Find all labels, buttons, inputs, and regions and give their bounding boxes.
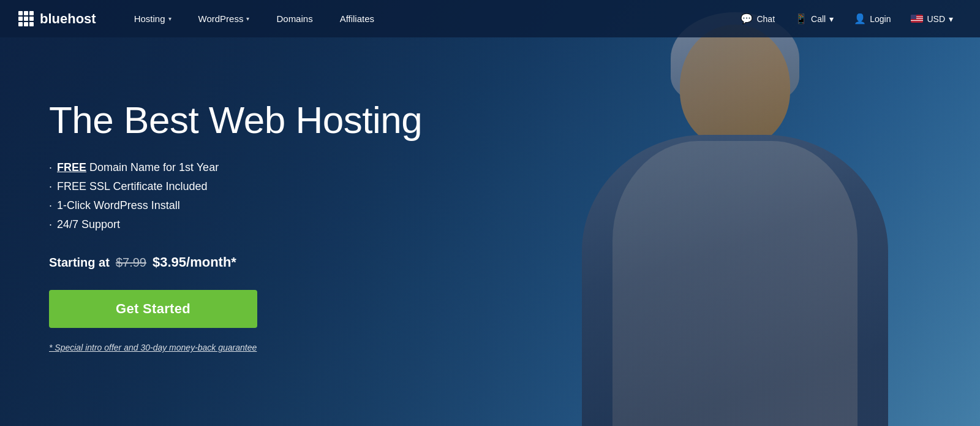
free-highlight-1: FREE — [57, 161, 86, 173]
phone-icon: 📱 — [795, 13, 807, 25]
flag-icon — [911, 15, 923, 23]
bullet-2: · — [49, 180, 52, 193]
nav-affiliates[interactable]: Affiliates — [326, 0, 388, 37]
hero-title: The Best Web Hosting — [49, 98, 429, 142]
nav-domains[interactable]: Domains — [263, 0, 326, 37]
user-icon: 👤 — [854, 13, 866, 25]
nav-currency[interactable]: USD ▾ — [902, 0, 962, 37]
nav-links: Hosting ▾ WordPress ▾ Domains Affiliates — [121, 0, 733, 37]
hosting-chevron-icon: ▾ — [168, 15, 172, 22]
feature-1-text: FREE Domain Name for 1st Year — [57, 161, 219, 174]
feature-3: · 1-Click WordPress Install — [49, 199, 429, 212]
new-price: $3.95/month* — [153, 254, 236, 270]
currency-chevron-icon: ▾ — [949, 14, 953, 24]
bullet-3: · — [49, 199, 52, 212]
get-started-button[interactable]: Get Started — [49, 290, 257, 328]
nav-call[interactable]: 📱 Call ▾ — [786, 0, 842, 37]
nav-right: 💬 Chat 📱 Call ▾ 👤 Login USD ▾ — [732, 0, 962, 37]
chat-bubble-icon: 💬 — [741, 13, 753, 25]
pricing-label: Starting at — [49, 256, 110, 270]
feature-1: · FREE Domain Name for 1st Year — [49, 161, 429, 174]
logo[interactable]: bluehost — [18, 11, 96, 27]
pricing-section: Starting at $7.99 $3.95/month* — [49, 254, 429, 270]
feature-4-text: 24/7 Support — [57, 218, 120, 231]
nav-wordpress[interactable]: WordPress ▾ — [185, 0, 263, 37]
nav-login[interactable]: 👤 Login — [845, 0, 899, 37]
call-chevron-icon: ▾ — [829, 14, 834, 24]
wordpress-chevron-icon: ▾ — [246, 15, 249, 22]
nav-hosting[interactable]: Hosting ▾ — [121, 0, 185, 37]
brand-name: bluehost — [40, 11, 96, 27]
bullet-4: · — [49, 218, 52, 231]
disclaimer-text[interactable]: * Special intro offer and 30-day money-b… — [49, 343, 282, 352]
feature-3-text: 1-Click WordPress Install — [57, 199, 180, 212]
logo-grid-icon — [18, 11, 34, 26]
bullet-1: · — [49, 161, 52, 174]
hero-features: · FREE Domain Name for 1st Year · FREE S… — [49, 161, 429, 237]
feature-4: · 24/7 Support — [49, 218, 429, 231]
feature-2-text: FREE SSL Certificate Included — [57, 180, 207, 193]
hero-section: bluehost Hosting ▾ WordPress ▾ Domains A… — [0, 0, 980, 426]
feature-2: · FREE SSL Certificate Included — [49, 180, 429, 193]
old-price: $7.99 — [116, 256, 146, 270]
nav-chat[interactable]: 💬 Chat — [732, 0, 783, 37]
navbar: bluehost Hosting ▾ WordPress ▾ Domains A… — [0, 0, 980, 37]
hero-content: The Best Web Hosting · FREE Domain Name … — [0, 0, 429, 426]
